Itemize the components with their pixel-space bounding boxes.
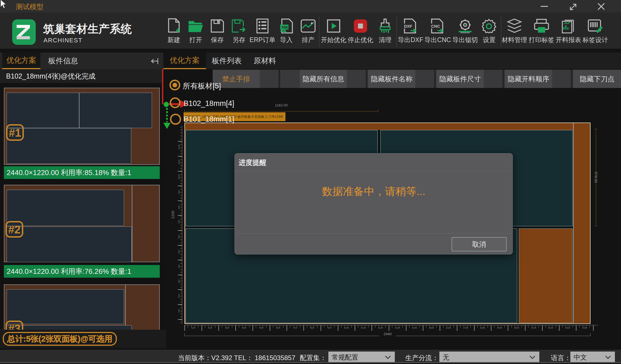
svg-text:CNC: CNC xyxy=(431,24,440,28)
svg-text:XML: XML xyxy=(281,25,289,29)
svg-text:DXF: DXF xyxy=(404,24,412,28)
